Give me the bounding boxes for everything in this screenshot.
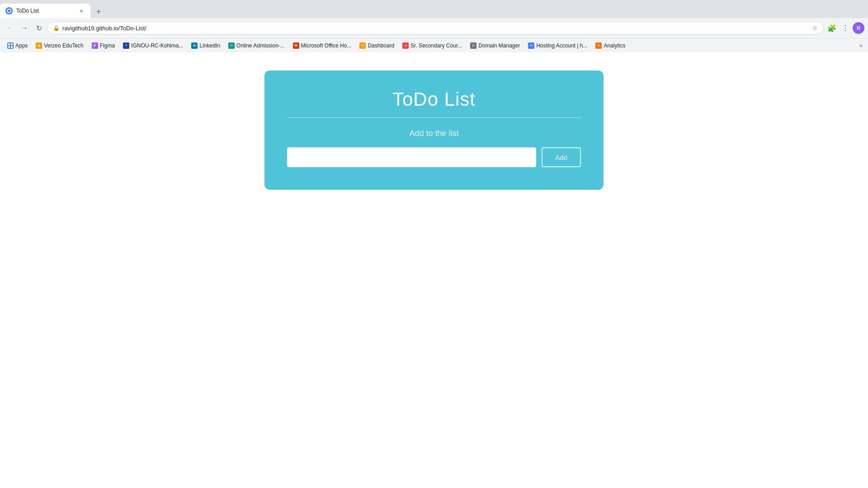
- nav-tools: 🧩 ⋮ R: [826, 22, 864, 34]
- bookmark-label-dashboard: Dashboard: [368, 42, 394, 49]
- bookmark-label-verzeo: Verzeo EduTech: [44, 42, 83, 49]
- bookmarks-more-button[interactable]: »: [858, 42, 864, 50]
- bookmark-favicon-hosting-account: H: [528, 42, 534, 49]
- lock-icon: 🔒: [53, 25, 60, 31]
- todo-divider: [287, 117, 581, 118]
- extensions-button[interactable]: 🧩: [826, 22, 838, 34]
- todo-subtitle: Add to the list: [409, 129, 458, 138]
- svg-rect-0: [8, 43, 10, 45]
- bookmark-favicon-analytics: A: [595, 42, 602, 49]
- bookmark-label-ignou: IGNOU-RC-Kohima...: [131, 42, 183, 49]
- todo-text-input[interactable]: [287, 147, 536, 167]
- reload-button[interactable]: ↻: [33, 22, 45, 34]
- bookmark-label-sr-secondary: Sr. Secondary Cour...: [410, 42, 462, 49]
- bookmark-favicon-figma: F: [92, 42, 98, 49]
- bookmark-favicon-verzeo: V: [36, 42, 42, 49]
- browser-chrome: ToDo List ✕ + ← → ↻ 🔒 ravigithub19.githu…: [0, 0, 868, 52]
- svg-rect-1: [11, 43, 13, 45]
- bookmark-label-domain-manager: Domain Manager: [478, 42, 520, 49]
- bookmark-label-online-admission: Online Admission-...: [236, 42, 285, 49]
- bookmark-star-icon[interactable]: ☆: [812, 24, 818, 32]
- bookmark-ignou[interactable]: I IGNOU-RC-Kohima...: [119, 40, 187, 51]
- bookmark-label-figma: Figma: [100, 42, 115, 49]
- todo-heading: ToDo List: [392, 89, 476, 110]
- tab-title: ToDo List: [16, 8, 74, 14]
- bookmark-domain-manager[interactable]: D Domain Manager: [467, 40, 524, 51]
- svg-rect-3: [11, 46, 13, 48]
- url-display: ravigithub19.github.io/ToDo-List/: [62, 25, 809, 32]
- todo-card: ToDo List Add to the list Add: [264, 70, 604, 190]
- bookmark-label-linkedin: LinkedIn: [199, 42, 220, 49]
- active-tab[interactable]: ToDo List ✕: [0, 4, 90, 18]
- bookmark-microsoft-office[interactable]: M Microsoft Office Ho...: [289, 40, 355, 51]
- bookmark-dashboard[interactable]: D Dashboard: [356, 40, 398, 51]
- bookmark-label-hosting-account: Hosting Account | h...: [536, 42, 587, 49]
- bookmark-sr-secondary[interactable]: S Sr. Secondary Cour...: [399, 40, 466, 51]
- forward-button[interactable]: →: [18, 22, 31, 34]
- new-tab-button[interactable]: +: [92, 5, 105, 18]
- bookmark-favicon-apps: [7, 42, 14, 49]
- tab-close-button[interactable]: ✕: [78, 7, 85, 14]
- settings-button[interactable]: ⋮: [839, 22, 852, 34]
- bookmark-favicon-online-admission: O: [228, 42, 235, 49]
- bookmark-favicon-microsoft-office: M: [293, 42, 299, 49]
- bookmark-favicon-linkedin: in: [191, 42, 198, 49]
- bookmark-analytics[interactable]: A Analytics: [592, 40, 629, 51]
- bookmark-favicon-domain-manager: D: [470, 42, 476, 49]
- address-bar[interactable]: 🔒 ravigithub19.github.io/ToDo-List/ ☆: [47, 22, 824, 34]
- bookmark-favicon-ignou: I: [123, 42, 129, 49]
- bookmark-favicon-sr-secondary: S: [402, 42, 409, 49]
- bookmark-apps[interactable]: Apps: [4, 40, 31, 51]
- bookmark-figma[interactable]: F Figma: [88, 40, 118, 51]
- back-button[interactable]: ←: [4, 22, 16, 34]
- page-content: ToDo List Add to the list Add: [0, 52, 868, 488]
- bookmarks-bar: Apps V Verzeo EduTech F Figma I IGNOU-RC…: [0, 38, 868, 52]
- profile-avatar[interactable]: R: [853, 22, 864, 34]
- svg-rect-2: [8, 46, 10, 48]
- bookmark-online-admission[interactable]: O Online Admission-...: [225, 40, 288, 51]
- bookmark-label-apps: Apps: [15, 42, 28, 49]
- add-button[interactable]: Add: [542, 147, 581, 167]
- bookmark-linkedin[interactable]: in LinkedIn: [188, 40, 223, 51]
- todo-input-row: Add: [287, 147, 581, 167]
- bookmark-favicon-dashboard: D: [359, 42, 366, 49]
- navigation-bar: ← → ↻ 🔒 ravigithub19.github.io/ToDo-List…: [0, 18, 868, 38]
- bookmark-label-analytics: Analytics: [604, 42, 625, 49]
- bookmark-label-microsoft-office: Microsoft Office Ho...: [301, 42, 352, 49]
- bookmark-verzeo[interactable]: V Verzeo EduTech: [32, 40, 87, 51]
- bookmark-hosting-account[interactable]: H Hosting Account | h...: [524, 40, 591, 51]
- tab-favicon: [5, 7, 13, 14]
- tab-bar: ToDo List ✕ +: [0, 0, 868, 18]
